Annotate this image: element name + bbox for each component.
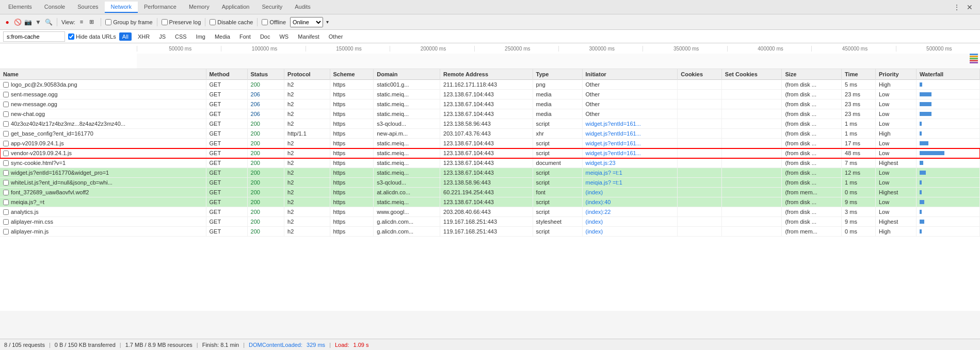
preserve-log-input[interactable] xyxy=(162,19,168,25)
table-row[interactable]: new-chat.ogg GET 206 h2 https static.mei… xyxy=(0,109,980,119)
filter-all-button[interactable]: All xyxy=(119,32,132,41)
filter-js-button[interactable]: JS xyxy=(156,32,169,41)
disable-cache-input[interactable] xyxy=(210,19,216,25)
search-icon[interactable]: 🔍 xyxy=(44,18,53,26)
camera-icon[interactable]: 📷 xyxy=(24,18,32,26)
row-checkbox[interactable] xyxy=(3,111,9,117)
offline-input[interactable] xyxy=(262,19,268,25)
clear-icon[interactable]: 🚫 xyxy=(13,18,22,26)
preserve-log-checkbox[interactable]: Preserve log xyxy=(162,19,201,25)
col-scheme[interactable]: Scheme xyxy=(330,69,374,80)
row-checkbox[interactable] xyxy=(3,131,9,137)
col-cookies[interactable]: Cookies xyxy=(678,69,722,80)
filter-img-button[interactable]: Img xyxy=(193,32,208,41)
col-remote[interactable]: Remote Address xyxy=(440,69,533,80)
tab-network[interactable]: Network xyxy=(105,2,138,13)
initiator-link[interactable]: meiqia.js? =t:1 xyxy=(586,179,622,186)
initiator-link[interactable]: (index):40 xyxy=(586,199,611,205)
filter-css-button[interactable]: CSS xyxy=(172,32,190,41)
tab-security[interactable]: Security xyxy=(255,2,288,13)
row-checkbox[interactable] xyxy=(3,219,9,225)
table-row[interactable]: new-message.ogg GET 206 h2 https static.… xyxy=(0,99,980,109)
filter-icon[interactable]: ▼ xyxy=(34,18,42,26)
initiator-link[interactable]: meiqia.js? =t:1 xyxy=(586,170,622,176)
table-row[interactable]: font_372689_uaw8aovfvl.woff2 GET 200 h2 … xyxy=(0,188,980,197)
row-checkbox[interactable] xyxy=(3,121,9,127)
row-checkbox[interactable] xyxy=(3,160,9,166)
grid-view-icon[interactable]: ⊞ xyxy=(87,17,97,27)
row-checkbox[interactable] xyxy=(3,229,9,235)
row-checkbox[interactable] xyxy=(3,141,9,146)
row-checkbox[interactable] xyxy=(3,199,9,205)
table-row[interactable]: sent-message.ogg GET 206 h2 https static… xyxy=(0,90,980,99)
row-checkbox[interactable] xyxy=(3,102,9,107)
table-row[interactable]: aliplayer-min.css GET 200 h2 https g.ali… xyxy=(0,217,980,227)
initiator-link[interactable]: (index) xyxy=(586,219,603,225)
col-protocol[interactable]: Protocol xyxy=(284,69,330,80)
group-by-frame-checkbox[interactable]: Group by frame xyxy=(105,19,152,25)
filter-manifest-button[interactable]: Manifest xyxy=(295,32,323,41)
table-row[interactable]: vendor-v2019.09.24.1.js GET 200 h2 https… xyxy=(0,148,980,158)
col-size[interactable]: Size xyxy=(782,69,842,80)
col-method[interactable]: Method xyxy=(206,69,247,80)
row-checkbox[interactable] xyxy=(3,170,9,176)
table-row[interactable]: 40z3oz40z4lz17z4bz3mz...8z4az42z3mz40...… xyxy=(0,119,980,129)
hide-data-urls-label[interactable]: Hide data URLs xyxy=(68,34,116,40)
row-checkbox[interactable] xyxy=(3,92,9,97)
col-initiator[interactable]: Initiator xyxy=(582,69,678,80)
table-row[interactable]: aliplayer-min.js GET 200 h2 https g.alic… xyxy=(0,227,980,237)
table-row[interactable]: logo_pc@2x.90583da.png GET 200 h2 https … xyxy=(0,80,980,90)
tab-application[interactable]: Application xyxy=(216,2,256,13)
disable-cache-checkbox[interactable]: Disable cache xyxy=(210,19,253,25)
col-status[interactable]: Status xyxy=(247,69,284,80)
initiator-link[interactable]: widget.js?entId=161... xyxy=(586,140,641,146)
offline-checkbox[interactable]: Offline xyxy=(262,19,286,25)
filter-media-button[interactable]: Media xyxy=(212,32,233,41)
group-by-frame-input[interactable] xyxy=(105,19,111,25)
row-checkbox[interactable] xyxy=(3,209,9,215)
col-type[interactable]: Type xyxy=(533,69,582,80)
col-set-cookies[interactable]: Set Cookies xyxy=(721,69,782,80)
filter-doc-button[interactable]: Doc xyxy=(257,32,274,41)
row-checkbox[interactable] xyxy=(3,151,9,156)
table-row[interactable]: analytics.js GET 200 h2 https www.googl.… xyxy=(0,207,980,217)
col-name[interactable]: Name xyxy=(0,69,206,80)
row-checkbox[interactable] xyxy=(3,180,9,186)
initiator-link[interactable]: (index) xyxy=(586,228,603,235)
initiator-link[interactable]: (index):22 xyxy=(586,209,611,215)
col-domain[interactable]: Domain xyxy=(374,69,440,80)
close-devtools-icon[interactable]: ✕ xyxy=(966,2,974,12)
tab-elements[interactable]: Elements xyxy=(2,2,38,13)
hide-data-urls-checkbox[interactable] xyxy=(68,34,74,40)
filter-ws-button[interactable]: WS xyxy=(276,32,292,41)
col-waterfall[interactable]: Waterfall xyxy=(917,69,980,80)
table-row[interactable]: meiqia.js?_=t GET 200 h2 https static.me… xyxy=(0,197,980,207)
filter-font-button[interactable]: Font xyxy=(236,32,254,41)
tab-performance[interactable]: Performance xyxy=(138,2,183,13)
col-priority[interactable]: Priority xyxy=(876,69,917,80)
record-icon[interactable]: ● xyxy=(3,18,11,26)
initiator-link[interactable]: widget.js?entId=161... xyxy=(586,130,641,137)
table-row[interactable]: whiteList.js?ent_id=null&jsonp_cb=whi...… xyxy=(0,178,980,188)
table-row[interactable]: app-v2019.09.24.1.js GET 200 h2 https st… xyxy=(0,139,980,148)
tab-console[interactable]: Console xyxy=(38,2,71,13)
initiator-link[interactable]: widget.js?entId=161... xyxy=(586,121,641,127)
network-throttle-select[interactable]: Online Fast 3G Slow 3G Offline xyxy=(290,17,323,27)
tab-audits[interactable]: Audits xyxy=(288,2,317,13)
more-tools-icon[interactable]: ⋮ xyxy=(952,2,961,12)
tab-memory[interactable]: Memory xyxy=(183,2,216,13)
col-time[interactable]: Time xyxy=(842,69,876,80)
filter-other-button[interactable]: Other xyxy=(326,32,346,41)
initiator-link[interactable]: widget.js:23 xyxy=(586,160,616,166)
list-view-icon[interactable]: ≡ xyxy=(77,17,86,27)
table-row[interactable]: sync-cookie.html?v=1 GET 200 h2 https st… xyxy=(0,158,980,168)
initiator-link[interactable]: widget.js?entId=161... xyxy=(586,150,641,156)
table-row[interactable]: widget.js?entId=161770&widget_pro=1 GET … xyxy=(0,168,980,178)
row-checkbox[interactable] xyxy=(3,82,9,88)
tab-sources[interactable]: Sources xyxy=(71,2,104,13)
filter-input[interactable] xyxy=(3,31,65,42)
initiator-link[interactable]: (index) xyxy=(586,189,603,195)
table-row[interactable]: get_base_config?ent_id=161770 GET 200 ht… xyxy=(0,129,980,139)
filter-xhr-button[interactable]: XHR xyxy=(135,32,153,41)
row-checkbox[interactable] xyxy=(3,190,9,195)
